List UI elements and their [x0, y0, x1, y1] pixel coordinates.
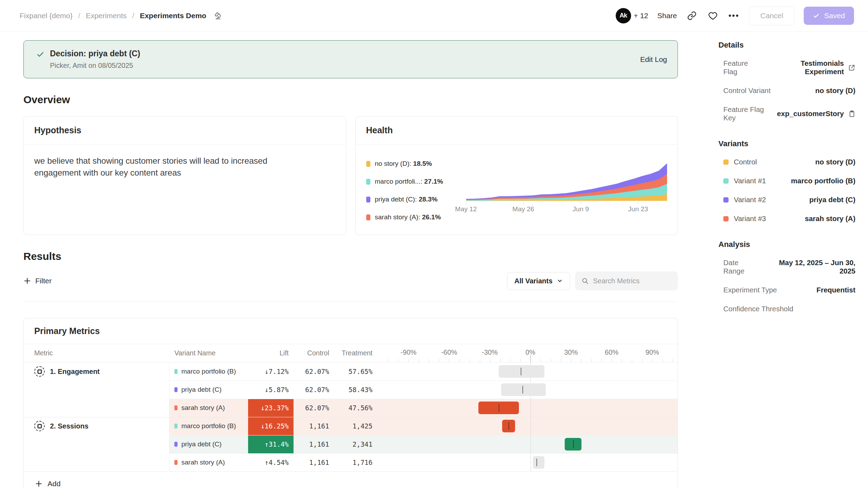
favorite-heart-icon[interactable]: [707, 10, 719, 22]
avatar[interactable]: Ak: [616, 8, 631, 23]
detail-row: Feature Flag Testimonials Experiment: [718, 54, 855, 81]
metric-row[interactable]: priya debt (C) ↑31.4% 1,161 2,341: [24, 435, 678, 453]
legend-swatch: [366, 179, 370, 185]
details-heading: Details: [718, 41, 855, 50]
metric-row[interactable]: sarah story (A) ↑4.54% 1,161 1,716: [24, 453, 678, 472]
axis-tick: [632, 359, 632, 362]
variant-slot-label: Variant #3: [734, 214, 766, 223]
legend-swatch: [366, 197, 370, 203]
detail-value[interactable]: exp_customerStory: [777, 109, 855, 118]
control-value: 1,161: [294, 440, 331, 448]
metric-row[interactable]: 2. Sessions marco portfolio (B) ↓16.25% …: [24, 417, 678, 435]
breadcrumb-project[interactable]: Fixpanel {demo}: [20, 12, 73, 20]
treatment-value: 58.43%: [331, 386, 376, 394]
treatment-value: 2,341: [331, 440, 376, 448]
legend-label: marco portfoli...: 27.1%: [375, 178, 443, 185]
treatment-value: 47.56%: [331, 404, 376, 412]
experiment-page: Fixpanel {demo} / Experiments / Experime…: [0, 0, 868, 489]
variant-value: priya debt (C): [809, 196, 855, 204]
axis-tick: [408, 359, 409, 362]
collaborators[interactable]: Ak + 12: [616, 8, 648, 23]
variants-dropdown[interactable]: All Variants: [507, 272, 570, 290]
add-filter-button[interactable]: Filter: [23, 277, 52, 285]
variant-slot-label: Control: [734, 158, 757, 166]
legend-label: sarah story (A): 26.1%: [375, 213, 441, 221]
axis-tick: [612, 359, 612, 362]
axis-label: -90%: [400, 348, 417, 356]
axis-label: 30%: [564, 348, 578, 356]
confidence-interval-bar[interactable]: [499, 365, 544, 378]
clipboard-icon[interactable]: [848, 110, 855, 118]
breadcrumb-experiments[interactable]: Experiments: [86, 12, 127, 20]
lift-value: ↓7.12%: [248, 362, 294, 381]
variant-name: marco portfolio (B): [181, 422, 236, 430]
x-tick-label: May 26: [512, 205, 534, 213]
axis-tick: [591, 359, 592, 362]
confidence-interval-plot: [376, 435, 678, 453]
zero-line: [530, 417, 531, 435]
detail-row: Control Variant no story (D): [718, 81, 855, 100]
analysis-label: Experiment Type: [723, 286, 777, 294]
axis-label: -60%: [441, 348, 457, 356]
table-header: Metric Variant Name Lift Control Treatme…: [24, 344, 678, 362]
check-icon: [813, 12, 820, 19]
confidence-interval-plot: [376, 417, 678, 435]
variant-row: Control no story (D): [718, 153, 855, 171]
overview-heading: Overview: [23, 94, 678, 106]
analysis-row: Experiment Type Frequentist: [718, 281, 855, 299]
legend-label: no story (D): 18.5%: [375, 160, 432, 168]
variant-name: priya debt (C): [181, 440, 222, 448]
saved-button-label: Saved: [824, 12, 845, 20]
topbar-actions: Ak + 12 Share ••• Cancel S: [616, 6, 854, 25]
control-value: 1,161: [294, 422, 331, 430]
decision-title: Decision: priya debt (C): [50, 49, 140, 58]
confidence-interval-bar[interactable]: [501, 383, 545, 396]
share-button[interactable]: Share: [657, 12, 677, 20]
variant-color-dot: [174, 369, 178, 374]
saved-button[interactable]: Saved: [804, 7, 854, 25]
detail-value[interactable]: Testimonials Experiment: [763, 59, 855, 76]
x-tick: [581, 202, 581, 205]
axis-tick: [429, 359, 429, 362]
variant-name: sarah story (A): [181, 459, 225, 466]
lift-value: ↓5.87%: [248, 381, 294, 399]
variant-cell: marco portfolio (B): [169, 422, 248, 430]
legend-item: sarah story (A): 26.1%: [366, 213, 466, 221]
copy-link-icon[interactable]: [686, 10, 698, 22]
search-metrics-input[interactable]: [593, 277, 672, 285]
lift-value: ↓23.37%: [248, 399, 294, 417]
health-chart: May 12 May 26 Jun 9 Jun 23: [466, 151, 667, 231]
more-menu-icon[interactable]: •••: [728, 10, 740, 22]
variant-name: priya debt (C): [181, 386, 222, 394]
lift-marker: [573, 440, 574, 448]
detail-value: no story (D): [815, 86, 855, 95]
metric-target-icon: [34, 366, 45, 377]
axis-tick: [581, 359, 581, 362]
add-metric-button[interactable]: Add: [24, 472, 678, 489]
axis-tick: [449, 359, 449, 362]
metric-cell: 2. Sessions: [24, 417, 169, 435]
axis-label: 90%: [645, 348, 659, 356]
legend-label: priya debt (C): 28.3%: [375, 196, 438, 203]
variant-color-dot: [723, 178, 729, 184]
legend-item: no story (D): 18.5%: [366, 160, 466, 168]
hypothesis-body[interactable]: we believe that showing customer stories…: [24, 144, 313, 189]
variant-value: sarah story (A): [805, 214, 855, 223]
metric-row[interactable]: 1. Engagement marco portfolio (B) ↓7.12%…: [24, 362, 678, 381]
cancel-button[interactable]: Cancel: [749, 6, 795, 25]
metric-cell: 1. Engagement: [24, 362, 169, 381]
edit-log-button[interactable]: Edit Log: [640, 55, 667, 64]
metric-row[interactable]: priya debt (C) ↓5.87% 62.07% 58.43%: [24, 381, 678, 399]
variant-color-dot: [174, 424, 178, 428]
external-link-icon[interactable]: [848, 64, 855, 71]
column-header-control: Control: [294, 349, 331, 357]
search-metrics-box[interactable]: [575, 271, 678, 290]
variant-slot-label: Variant #1: [734, 177, 766, 185]
metric-row[interactable]: sarah story (A) ↓23.37% 62.07% 47.56%: [24, 399, 678, 417]
axis-tick: [419, 359, 419, 362]
x-tick-label: Jun 23: [628, 205, 648, 213]
variant-value: no story (D): [815, 158, 855, 166]
metric-cell: [24, 381, 169, 399]
confidence-interval-bar[interactable]: [533, 456, 544, 469]
analysis-value: May 12, 2025 – Jun 30, 2025: [761, 258, 855, 275]
